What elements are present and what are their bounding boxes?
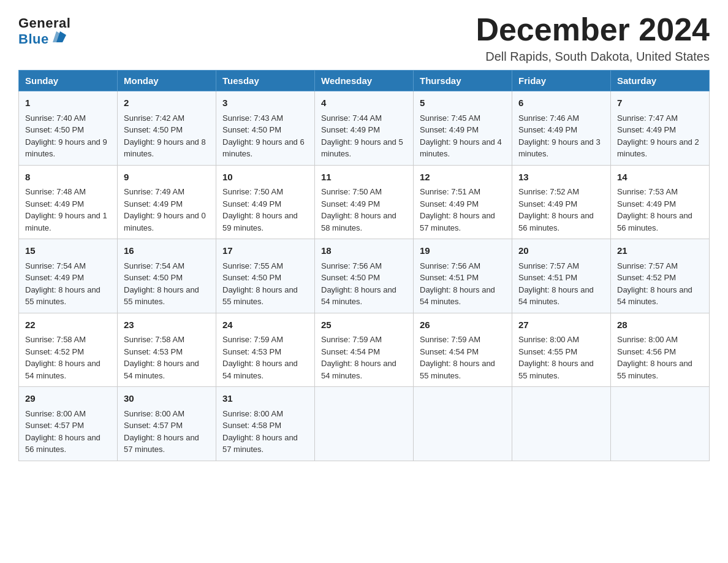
day-info: Sunrise: 7:49 AMSunset: 4:49 PMDaylight:… [124,186,210,234]
calendar-cell: 13Sunrise: 7:52 AMSunset: 4:49 PMDayligh… [512,165,611,239]
header-row: SundayMondayTuesdayWednesdayThursdayFrid… [19,71,710,91]
day-number: 2 [124,96,210,110]
day-number: 8 [25,170,111,185]
day-info: Sunrise: 7:57 AMSunset: 4:52 PMDaylight:… [617,260,703,308]
day-number: 15 [25,244,111,258]
calendar-cell: 14Sunrise: 7:53 AMSunset: 4:49 PMDayligh… [611,165,710,239]
header-thursday: Thursday [414,71,512,91]
day-number: 16 [124,244,210,258]
day-info: Sunrise: 7:59 AMSunset: 4:54 PMDaylight:… [321,334,407,381]
calendar-cell: 7Sunrise: 7:47 AMSunset: 4:49 PMDaylight… [611,91,710,166]
day-info: Sunrise: 7:50 AMSunset: 4:49 PMDaylight:… [222,186,308,234]
day-info: Sunrise: 7:42 AMSunset: 4:50 PMDaylight:… [124,112,210,160]
day-info: Sunrise: 7:59 AMSunset: 4:54 PMDaylight:… [420,334,506,381]
day-number: 7 [617,96,703,110]
day-number: 18 [321,244,407,258]
day-info: Sunrise: 7:51 AMSunset: 4:49 PMDaylight:… [420,186,506,234]
header-saturday: Saturday [611,71,710,91]
header-friday: Friday [512,71,611,91]
logo-general-text: General [18,15,70,31]
calendar-cell [315,387,414,461]
calendar-cell: 25Sunrise: 7:59 AMSunset: 4:54 PMDayligh… [315,313,414,387]
calendar-cell: 12Sunrise: 7:51 AMSunset: 4:49 PMDayligh… [414,165,512,239]
calendar-cell: 6Sunrise: 7:46 AMSunset: 4:49 PMDaylight… [512,91,611,166]
week-row-4: 22Sunrise: 7:58 AMSunset: 4:52 PMDayligh… [19,313,710,387]
calendar-cell: 17Sunrise: 7:55 AMSunset: 4:50 PMDayligh… [216,239,315,313]
day-info: Sunrise: 7:52 AMSunset: 4:49 PMDaylight:… [518,186,604,234]
calendar-cell: 31Sunrise: 8:00 AMSunset: 4:58 PMDayligh… [216,387,315,461]
calendar-cell: 18Sunrise: 7:56 AMSunset: 4:50 PMDayligh… [315,239,414,313]
calendar-body: 1Sunrise: 7:40 AMSunset: 4:50 PMDaylight… [19,91,710,461]
calendar-cell: 29Sunrise: 8:00 AMSunset: 4:57 PMDayligh… [19,387,118,461]
day-number: 26 [420,318,506,332]
day-info: Sunrise: 7:50 AMSunset: 4:49 PMDaylight:… [321,186,407,234]
day-info: Sunrise: 8:00 AMSunset: 4:55 PMDaylight:… [518,334,604,381]
calendar-cell: 15Sunrise: 7:54 AMSunset: 4:49 PMDayligh… [19,239,118,313]
day-number: 1 [25,96,111,110]
day-number: 25 [321,318,407,332]
week-row-1: 1Sunrise: 7:40 AMSunset: 4:50 PMDaylight… [19,91,710,166]
week-row-3: 15Sunrise: 7:54 AMSunset: 4:49 PMDayligh… [19,239,710,313]
calendar-cell: 23Sunrise: 7:58 AMSunset: 4:53 PMDayligh… [118,313,216,387]
calendar-cell: 27Sunrise: 8:00 AMSunset: 4:55 PMDayligh… [512,313,611,387]
day-number: 29 [25,392,111,406]
day-info: Sunrise: 7:48 AMSunset: 4:49 PMDaylight:… [25,186,111,234]
day-number: 23 [124,318,210,332]
day-number: 31 [222,392,308,406]
day-info: Sunrise: 7:58 AMSunset: 4:53 PMDaylight:… [124,334,210,381]
day-number: 24 [222,318,308,332]
calendar-cell: 21Sunrise: 7:57 AMSunset: 4:52 PMDayligh… [611,239,710,313]
day-info: Sunrise: 7:54 AMSunset: 4:50 PMDaylight:… [124,260,210,308]
month-title: December 2024 [476,12,710,47]
day-info: Sunrise: 7:59 AMSunset: 4:53 PMDaylight:… [222,334,308,381]
day-info: Sunrise: 7:45 AMSunset: 4:49 PMDaylight:… [420,112,506,160]
day-number: 4 [321,96,407,110]
week-row-2: 8Sunrise: 7:48 AMSunset: 4:49 PMDaylight… [19,165,710,239]
logo-triangle-icon [53,31,66,42]
day-info: Sunrise: 7:40 AMSunset: 4:50 PMDaylight:… [25,112,111,160]
day-number: 17 [222,244,308,258]
day-number: 14 [617,170,703,185]
calendar-cell: 16Sunrise: 7:54 AMSunset: 4:50 PMDayligh… [118,239,216,313]
day-number: 20 [518,244,604,258]
calendar-cell: 26Sunrise: 7:59 AMSunset: 4:54 PMDayligh… [414,313,512,387]
header-tuesday: Tuesday [216,71,315,91]
calendar-cell: 4Sunrise: 7:44 AMSunset: 4:49 PMDaylight… [315,91,414,166]
day-info: Sunrise: 7:53 AMSunset: 4:49 PMDaylight:… [617,186,703,234]
day-number: 28 [617,318,703,332]
calendar-table: SundayMondayTuesdayWednesdayThursdayFrid… [18,70,710,461]
calendar-cell [611,387,710,461]
day-info: Sunrise: 7:58 AMSunset: 4:52 PMDaylight:… [25,334,111,381]
header: General Blue December 2024 Dell Rapids, … [18,12,710,64]
day-number: 19 [420,244,506,258]
day-number: 30 [124,392,210,406]
day-info: Sunrise: 8:00 AMSunset: 4:57 PMDaylight:… [124,408,210,456]
day-info: Sunrise: 7:44 AMSunset: 4:49 PMDaylight:… [321,112,407,160]
day-number: 5 [420,96,506,110]
logo: General Blue [18,12,70,47]
calendar-cell: 9Sunrise: 7:49 AMSunset: 4:49 PMDaylight… [118,165,216,239]
day-info: Sunrise: 7:47 AMSunset: 4:49 PMDaylight:… [617,112,703,160]
day-info: Sunrise: 7:55 AMSunset: 4:50 PMDaylight:… [222,260,308,308]
header-monday: Monday [118,71,216,91]
day-number: 21 [617,244,703,258]
day-info: Sunrise: 7:46 AMSunset: 4:49 PMDaylight:… [518,112,604,160]
day-info: Sunrise: 8:00 AMSunset: 4:56 PMDaylight:… [617,334,703,381]
day-info: Sunrise: 7:56 AMSunset: 4:50 PMDaylight:… [321,260,407,308]
day-info: Sunrise: 7:43 AMSunset: 4:50 PMDaylight:… [222,112,308,160]
title-area: December 2024 Dell Rapids, South Dakota,… [476,12,710,64]
week-row-5: 29Sunrise: 8:00 AMSunset: 4:57 PMDayligh… [19,387,710,461]
day-number: 11 [321,170,407,185]
day-info: Sunrise: 8:00 AMSunset: 4:57 PMDaylight:… [25,408,111,456]
location-title: Dell Rapids, South Dakota, United States [476,50,710,64]
day-number: 27 [518,318,604,332]
day-number: 3 [222,96,308,110]
calendar-cell: 30Sunrise: 8:00 AMSunset: 4:57 PMDayligh… [118,387,216,461]
day-info: Sunrise: 7:54 AMSunset: 4:49 PMDaylight:… [25,260,111,308]
day-number: 9 [124,170,210,185]
calendar-cell: 8Sunrise: 7:48 AMSunset: 4:49 PMDaylight… [19,165,118,239]
day-number: 22 [25,318,111,332]
day-number: 10 [222,170,308,185]
calendar-cell: 3Sunrise: 7:43 AMSunset: 4:50 PMDaylight… [216,91,315,166]
calendar-header: SundayMondayTuesdayWednesdayThursdayFrid… [19,71,710,91]
